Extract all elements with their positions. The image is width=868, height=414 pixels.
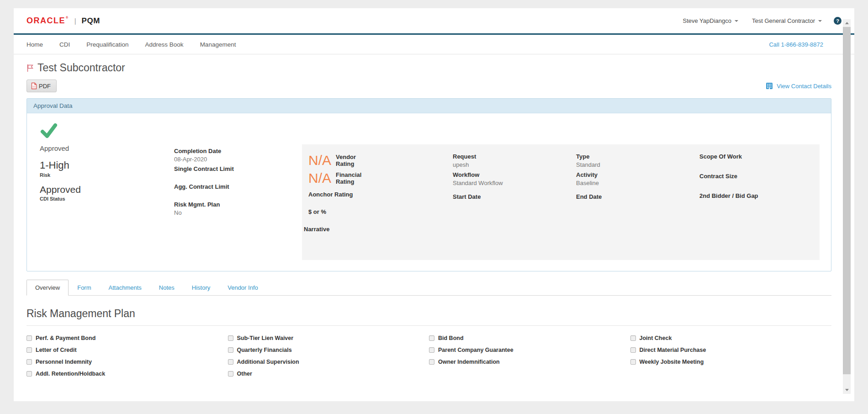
risk-checkbox-grid: Perf. & Payment Bond Letter of Credit Pe… <box>26 332 831 380</box>
scroll-down-arrow-icon <box>845 389 849 391</box>
field-label: Single Contract Limit <box>174 165 302 173</box>
tab-bar: Overview Form Attachments Notes History … <box>26 280 831 296</box>
help-icon[interactable]: ? <box>834 17 842 25</box>
field-label: Request <box>453 153 572 160</box>
flag-icon <box>26 64 34 72</box>
checkbox-owner-indemnification[interactable] <box>429 359 434 365</box>
field-value: No <box>174 209 302 217</box>
user-menu-label: Steve YapDiangco <box>683 17 731 24</box>
checkbox-personnel-indemnity[interactable] <box>26 359 32 365</box>
cdi-status-value: Approved <box>40 184 174 195</box>
checkbox-item: Quarterly Financials <box>228 344 429 356</box>
vendor-rating: N/A Vendor Rating <box>302 153 448 168</box>
checkbox-label: Bid Bond <box>438 335 464 341</box>
checkbox-direct-material-purchase[interactable] <box>630 347 636 353</box>
financial-rating-label: Financial Rating <box>336 170 364 186</box>
field-value: Standard Workflow <box>453 179 572 187</box>
checkbox-quarterly-financials[interactable] <box>228 347 233 353</box>
field-label: Risk Mgmt. Plan <box>174 201 302 208</box>
checkbox-letter-of-credit[interactable] <box>26 347 32 353</box>
tab-form[interactable]: Form <box>69 280 100 296</box>
checkbox-label: Direct Material Purchase <box>640 347 706 353</box>
view-contact-details-link[interactable]: View Contact Details <box>766 82 831 90</box>
tab-attachments[interactable]: Attachments <box>100 280 150 296</box>
nav-item-prequalification[interactable]: Prequalification <box>86 41 128 48</box>
field-value <box>174 173 302 181</box>
field-start-date: Start Date <box>453 193 572 209</box>
phone-link[interactable]: Call 1-866-839-8872 <box>769 41 823 48</box>
checkbox-label: Additional Supervision <box>237 359 299 365</box>
field-value <box>453 201 572 209</box>
checkbox-joint-check[interactable] <box>630 335 636 341</box>
scrollbar-up-button[interactable] <box>843 19 851 27</box>
checkbox-item: Owner Indemnification <box>429 356 630 368</box>
brand-bar: ORACLE® | PQM Steve YapDiangco Test Gene… <box>14 8 854 35</box>
nav-item-address-book[interactable]: Address Book <box>145 41 184 48</box>
view-contact-label: View Contact Details <box>777 83 831 90</box>
pdf-file-icon <box>31 82 37 90</box>
field-risk-mgmt-plan: Risk Mgmt. Plan No <box>174 201 302 217</box>
checkbox-item: Parent Company Guarantee <box>429 344 630 356</box>
checkbox-label: Parent Company Guarantee <box>438 347 513 353</box>
request-column: Request upesh Workflow Standard Workflow… <box>453 153 576 233</box>
financial-rating-value: N/A <box>308 170 331 186</box>
field-value <box>174 191 302 199</box>
checkbox-weekly-jobsite-meeting[interactable] <box>630 359 636 365</box>
checkbox-column-3: Bid Bond Parent Company Guarantee Owner … <box>429 332 630 380</box>
cdi-status-label: CDI Status <box>40 196 174 202</box>
vertical-scrollbar[interactable] <box>843 19 851 394</box>
contract-size-label: Contract Size <box>699 172 815 180</box>
checkbox-item: Personnel Indemnity <box>26 356 228 368</box>
checkbox-item: Weekly Jobsite Meeting <box>630 356 832 368</box>
checkbox-addl-retention-holdback[interactable] <box>26 371 32 377</box>
checkbox-label: Quarterly Financials <box>237 347 292 353</box>
tab-notes[interactable]: Notes <box>150 280 183 296</box>
approval-panel-header: Approval Data <box>27 99 831 113</box>
tab-history[interactable]: History <box>183 280 219 296</box>
dollar-or-percent-label: $ or % <box>308 208 448 215</box>
oracle-logo: ORACLE® <box>26 16 69 26</box>
actions-row: PDF View Contact Details <box>26 80 831 92</box>
checkbox-label: Personnel Indemnity <box>36 359 92 365</box>
narrative-label: Narrative <box>304 226 448 233</box>
user-menu[interactable]: Steve YapDiangco <box>683 17 738 24</box>
field-value: Standard <box>576 161 695 169</box>
checkbox-bid-bond[interactable] <box>429 335 434 341</box>
nav-item-home[interactable]: Home <box>26 41 43 48</box>
approval-panel-title: Approval Data <box>33 102 73 109</box>
field-single-contract-limit: Single Contract Limit <box>174 165 302 181</box>
chevron-down-icon <box>818 20 822 22</box>
nav-item-management[interactable]: Management <box>200 41 236 48</box>
tab-vendor-info[interactable]: Vendor Info <box>219 280 267 296</box>
checkbox-label: Joint Check <box>640 335 672 341</box>
checkbox-label: Other <box>237 371 252 377</box>
checkbox-sub-tier-lien-waiver[interactable] <box>228 335 233 341</box>
checkbox-additional-supervision[interactable] <box>228 359 233 365</box>
field-value: Baseline <box>576 179 695 187</box>
vendor-rating-value: N/A <box>308 153 331 168</box>
nav-links: Home CDI Prequalification Address Book M… <box>26 41 236 48</box>
nav-item-cdi[interactable]: CDI <box>59 41 70 48</box>
approved-check-icon <box>40 122 58 139</box>
checkbox-parent-company-guarantee[interactable] <box>429 347 434 353</box>
field-label: Workflow <box>453 171 572 179</box>
risk-value: 1-High <box>40 159 174 171</box>
pdf-button[interactable]: PDF <box>26 80 57 92</box>
checkbox-item: Other <box>228 368 429 380</box>
scrollbar-down-button[interactable] <box>843 386 851 394</box>
field-activity: Activity Baseline <box>576 171 695 187</box>
approval-fields-column: Completion Date 08-Apr-2020 Single Contr… <box>174 113 302 260</box>
field-value: 08-Apr-2020 <box>174 155 302 163</box>
product-name: PQM <box>82 16 100 26</box>
checkbox-label: Weekly Jobsite Meeting <box>640 359 704 365</box>
approval-status-column: Approved 1-High Risk Approved CDI Status <box>27 113 174 260</box>
org-menu[interactable]: Test General Contractor <box>752 17 822 24</box>
scrollbar-thumb[interactable] <box>843 27 851 374</box>
checkbox-perf-payment-bond[interactable] <box>26 335 32 341</box>
checkbox-other[interactable] <box>228 371 233 377</box>
checkbox-label: Sub-Tier Lien Waiver <box>237 335 294 341</box>
checkbox-column-4: Joint Check Direct Material Purchase Wee… <box>630 332 832 380</box>
checkbox-label: Addl. Retention/Holdback <box>36 371 105 377</box>
tab-overview[interactable]: Overview <box>26 280 69 296</box>
brand: ORACLE® | PQM <box>26 16 100 26</box>
